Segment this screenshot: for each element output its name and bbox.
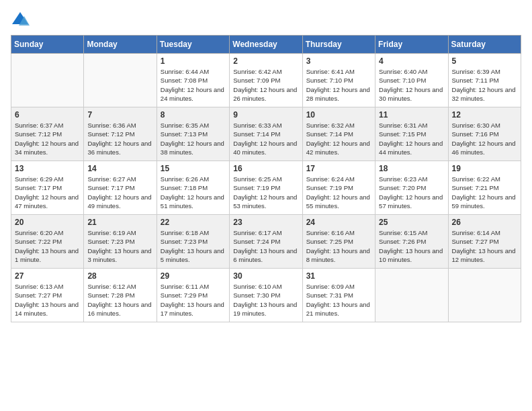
calendar-week-row: 13Sunrise: 6:29 AMSunset: 7:17 PMDayligh…: [11, 161, 521, 215]
day-number: 29: [161, 271, 226, 281]
calendar-cell: 4Sunrise: 6:40 AMSunset: 7:10 PMDaylight…: [375, 54, 448, 107]
calendar-cell: 18Sunrise: 6:23 AMSunset: 7:20 PMDayligh…: [375, 161, 448, 215]
calendar-week-row: 6Sunrise: 6:37 AMSunset: 7:12 PMDaylight…: [11, 107, 521, 161]
day-number: 18: [379, 164, 444, 173]
calendar-cell: 7Sunrise: 6:36 AMSunset: 7:12 PMDaylight…: [84, 107, 157, 161]
day-detail: Sunrise: 6:09 AMSunset: 7:31 PMDaylight:…: [306, 282, 371, 318]
day-detail: Sunrise: 6:18 AMSunset: 7:23 PMDaylight:…: [161, 228, 226, 264]
logo-icon: [11, 11, 30, 27]
day-detail: Sunrise: 6:22 AMSunset: 7:21 PMDaylight:…: [452, 175, 517, 210]
day-number: 5: [452, 56, 517, 66]
day-detail: Sunrise: 6:20 AMSunset: 7:22 PMDaylight:…: [15, 228, 80, 264]
calendar-cell: 29Sunrise: 6:11 AMSunset: 7:29 PMDayligh…: [157, 269, 229, 322]
day-detail: Sunrise: 6:29 AMSunset: 7:17 PMDaylight:…: [15, 175, 80, 210]
calendar-cell: 16Sunrise: 6:25 AMSunset: 7:19 PMDayligh…: [230, 161, 302, 215]
day-number: 6: [15, 110, 80, 120]
calendar-cell: 17Sunrise: 6:24 AMSunset: 7:19 PMDayligh…: [302, 161, 375, 215]
day-detail: Sunrise: 6:42 AMSunset: 7:09 PMDaylight:…: [233, 67, 298, 103]
calendar-cell: 21Sunrise: 6:19 AMSunset: 7:23 PMDayligh…: [84, 215, 157, 269]
calendar-cell: 12Sunrise: 6:30 AMSunset: 7:16 PMDayligh…: [448, 107, 521, 161]
day-number: 10: [306, 110, 371, 120]
calendar-cell: 9Sunrise: 6:33 AMSunset: 7:14 PMDaylight…: [230, 107, 302, 161]
day-number: 9: [233, 110, 298, 120]
day-detail: Sunrise: 6:39 AMSunset: 7:11 PMDaylight:…: [452, 67, 517, 103]
calendar-cell: 11Sunrise: 6:31 AMSunset: 7:15 PMDayligh…: [375, 107, 448, 161]
calendar-cell: 23Sunrise: 6:17 AMSunset: 7:24 PMDayligh…: [230, 215, 302, 269]
calendar-cell: [11, 54, 84, 107]
calendar-cell: 24Sunrise: 6:16 AMSunset: 7:25 PMDayligh…: [302, 215, 375, 269]
day-number: 25: [379, 218, 444, 227]
calendar-cell: 26Sunrise: 6:14 AMSunset: 7:27 PMDayligh…: [448, 215, 521, 269]
day-number: 24: [306, 218, 371, 227]
day-detail: Sunrise: 6:12 AMSunset: 7:28 PMDaylight:…: [87, 282, 152, 318]
day-detail: Sunrise: 6:37 AMSunset: 7:12 PMDaylight:…: [15, 121, 80, 156]
calendar-cell: 20Sunrise: 6:20 AMSunset: 7:22 PMDayligh…: [11, 215, 84, 269]
day-number: 23: [233, 218, 298, 227]
day-detail: Sunrise: 6:10 AMSunset: 7:30 PMDaylight:…: [233, 282, 298, 318]
calendar-cell: 2Sunrise: 6:42 AMSunset: 7:09 PMDaylight…: [230, 54, 302, 107]
day-number: 21: [87, 218, 152, 227]
calendar-week-row: 1Sunrise: 6:44 AMSunset: 7:08 PMDaylight…: [11, 54, 521, 107]
weekday-header-sunday: Sunday: [11, 36, 84, 54]
calendar-cell: 13Sunrise: 6:29 AMSunset: 7:17 PMDayligh…: [11, 161, 84, 215]
calendar-table: SundayMondayTuesdayWednesdayThursdayFrid…: [11, 35, 521, 322]
day-number: 2: [233, 56, 298, 66]
day-detail: Sunrise: 6:32 AMSunset: 7:14 PMDaylight:…: [306, 121, 371, 156]
day-detail: Sunrise: 6:40 AMSunset: 7:10 PMDaylight:…: [379, 67, 444, 103]
calendar-cell: 1Sunrise: 6:44 AMSunset: 7:08 PMDaylight…: [157, 54, 229, 107]
calendar-cell: 5Sunrise: 6:39 AMSunset: 7:11 PMDaylight…: [448, 54, 521, 107]
day-number: 22: [161, 218, 226, 227]
calendar-cell: 3Sunrise: 6:41 AMSunset: 7:10 PMDaylight…: [302, 54, 375, 107]
day-detail: Sunrise: 6:19 AMSunset: 7:23 PMDaylight:…: [87, 228, 152, 264]
logo: [11, 11, 32, 27]
calendar-cell: 14Sunrise: 6:27 AMSunset: 7:17 PMDayligh…: [84, 161, 157, 215]
day-detail: Sunrise: 6:26 AMSunset: 7:18 PMDaylight:…: [161, 175, 226, 210]
day-number: 31: [306, 271, 371, 281]
calendar-cell: 28Sunrise: 6:12 AMSunset: 7:28 PMDayligh…: [84, 269, 157, 322]
calendar-cell: 8Sunrise: 6:35 AMSunset: 7:13 PMDaylight…: [157, 107, 229, 161]
day-detail: Sunrise: 6:35 AMSunset: 7:13 PMDaylight:…: [161, 121, 226, 156]
weekday-header-thursday: Thursday: [302, 36, 375, 54]
day-number: 12: [452, 110, 517, 120]
weekday-header-monday: Monday: [84, 36, 157, 54]
day-detail: Sunrise: 6:25 AMSunset: 7:19 PMDaylight:…: [233, 175, 298, 210]
day-detail: Sunrise: 6:11 AMSunset: 7:29 PMDaylight:…: [161, 282, 226, 318]
day-detail: Sunrise: 6:41 AMSunset: 7:10 PMDaylight:…: [306, 67, 371, 103]
day-detail: Sunrise: 6:23 AMSunset: 7:20 PMDaylight:…: [379, 175, 444, 210]
day-detail: Sunrise: 6:13 AMSunset: 7:27 PMDaylight:…: [15, 282, 80, 318]
calendar-cell: 30Sunrise: 6:10 AMSunset: 7:30 PMDayligh…: [230, 269, 302, 322]
day-detail: Sunrise: 6:33 AMSunset: 7:14 PMDaylight:…: [233, 121, 298, 156]
calendar-cell: 31Sunrise: 6:09 AMSunset: 7:31 PMDayligh…: [302, 269, 375, 322]
calendar-cell: 19Sunrise: 6:22 AMSunset: 7:21 PMDayligh…: [448, 161, 521, 215]
day-detail: Sunrise: 6:15 AMSunset: 7:26 PMDaylight:…: [379, 228, 444, 264]
weekday-header-saturday: Saturday: [448, 36, 521, 54]
day-number: 19: [452, 164, 517, 173]
day-number: 15: [161, 164, 226, 173]
calendar-week-row: 20Sunrise: 6:20 AMSunset: 7:22 PMDayligh…: [11, 215, 521, 269]
calendar-header-row: SundayMondayTuesdayWednesdayThursdayFrid…: [11, 36, 521, 54]
day-number: 4: [379, 56, 444, 66]
calendar-cell: 27Sunrise: 6:13 AMSunset: 7:27 PMDayligh…: [11, 269, 84, 322]
day-number: 7: [87, 110, 152, 120]
day-number: 20: [15, 218, 80, 227]
day-number: 14: [87, 164, 152, 173]
calendar-cell: 15Sunrise: 6:26 AMSunset: 7:18 PMDayligh…: [157, 161, 229, 215]
day-detail: Sunrise: 6:14 AMSunset: 7:27 PMDaylight:…: [452, 228, 517, 264]
day-detail: Sunrise: 6:16 AMSunset: 7:25 PMDaylight:…: [306, 228, 371, 264]
page-header: [11, 11, 521, 27]
day-number: 11: [379, 110, 444, 120]
day-number: 30: [233, 271, 298, 281]
day-number: 3: [306, 56, 371, 66]
calendar-cell: [448, 269, 521, 322]
day-detail: Sunrise: 6:24 AMSunset: 7:19 PMDaylight:…: [306, 175, 371, 210]
day-number: 16: [233, 164, 298, 173]
weekday-header-friday: Friday: [375, 36, 448, 54]
day-detail: Sunrise: 6:44 AMSunset: 7:08 PMDaylight:…: [161, 67, 226, 103]
day-detail: Sunrise: 6:30 AMSunset: 7:16 PMDaylight:…: [452, 121, 517, 156]
calendar-cell: 25Sunrise: 6:15 AMSunset: 7:26 PMDayligh…: [375, 215, 448, 269]
day-detail: Sunrise: 6:17 AMSunset: 7:24 PMDaylight:…: [233, 228, 298, 264]
day-number: 1: [161, 56, 226, 66]
calendar-cell: 6Sunrise: 6:37 AMSunset: 7:12 PMDaylight…: [11, 107, 84, 161]
day-detail: Sunrise: 6:27 AMSunset: 7:17 PMDaylight:…: [87, 175, 152, 210]
day-number: 17: [306, 164, 371, 173]
